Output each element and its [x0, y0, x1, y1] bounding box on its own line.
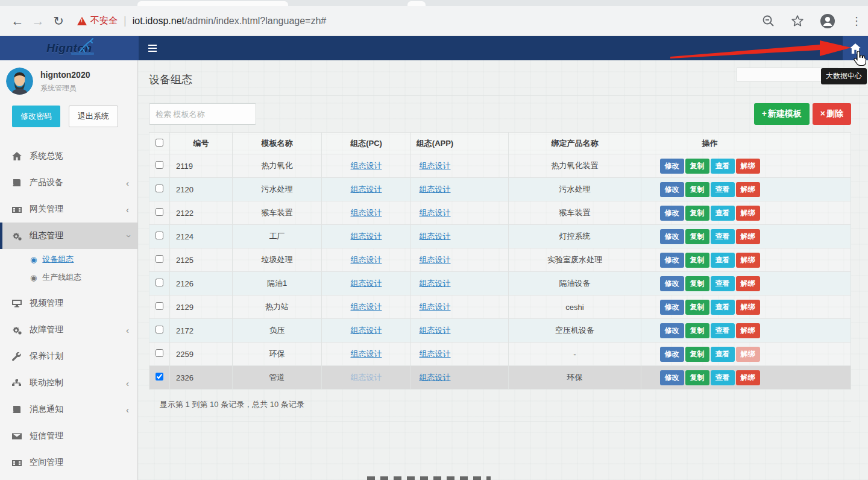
bookmark-star-icon[interactable] [791, 14, 804, 28]
app-config-link[interactable]: 组态设计 [420, 255, 451, 264]
pc-config-link[interactable]: 组态设计 [351, 232, 382, 241]
row-checkbox[interactable] [156, 185, 163, 192]
pc-config-link[interactable]: 组态设计 [351, 208, 382, 217]
edit-button[interactable]: 修改 [660, 253, 684, 268]
sidebar-item-video-mgmt[interactable]: 视频管理 [0, 290, 137, 317]
app-config-link[interactable]: 组态设计 [420, 373, 451, 382]
copy-button[interactable]: 复制 [685, 276, 709, 291]
copy-button[interactable]: 复制 [685, 253, 709, 268]
forward-button[interactable]: → [28, 14, 48, 28]
row-checkbox[interactable] [156, 302, 163, 310]
pc-config-link[interactable]: 组态设计 [351, 279, 382, 288]
edit-button[interactable]: 修改 [660, 370, 684, 385]
app-config-link[interactable]: 组态设计 [420, 161, 451, 170]
template-search-input[interactable] [149, 103, 256, 125]
pc-config-link[interactable]: 组态设计 [351, 373, 382, 382]
security-warning-text[interactable]: 不安全 [90, 15, 118, 27]
address-bar[interactable]: iot.idosp.net/admin/index.html?language=… [133, 16, 327, 27]
copy-button[interactable]: 复制 [685, 347, 709, 362]
copy-button[interactable]: 复制 [685, 206, 709, 221]
sidebar-item-product-device[interactable]: 产品设备‹ [0, 169, 137, 196]
col-header-actions[interactable]: 操作 [641, 133, 851, 154]
edit-button[interactable]: 修改 [660, 276, 684, 291]
browser-tab[interactable] [407, 1, 426, 6]
sidebar-subitem-production-line-config[interactable]: ◉生产线组态 [0, 268, 137, 286]
edit-button[interactable]: 修改 [660, 229, 684, 244]
app-config-link[interactable]: 组态设计 [420, 232, 451, 241]
row-checkbox[interactable] [156, 349, 163, 357]
sidebar-item-fault-mgmt[interactable]: 故障管理‹ [0, 317, 137, 343]
copy-button[interactable]: 复制 [685, 323, 709, 338]
copy-button[interactable]: 复制 [685, 159, 709, 174]
view-button[interactable]: 查看 [711, 182, 735, 197]
home-button[interactable] [843, 36, 868, 60]
unbind-button[interactable]: 解绑 [736, 370, 760, 385]
col-header-product[interactable]: 绑定产品名称 [509, 133, 641, 154]
unbind-button[interactable]: 解绑 [736, 229, 760, 244]
profile-avatar-icon[interactable] [820, 13, 835, 29]
app-config-link[interactable]: 组态设计 [420, 302, 451, 311]
pc-config-link[interactable]: 组态设计 [351, 326, 382, 335]
logout-button[interactable]: 退出系统 [69, 106, 118, 127]
edit-button[interactable]: 修改 [660, 300, 684, 315]
row-checkbox[interactable] [156, 373, 163, 381]
app-config-link[interactable]: 组态设计 [420, 279, 451, 288]
sidebar-item-space-mgmt[interactable]: 空间管理 [0, 449, 137, 476]
copy-button[interactable]: 复制 [685, 370, 709, 385]
edit-button[interactable]: 修改 [660, 347, 684, 362]
edit-button[interactable]: 修改 [660, 206, 684, 221]
avatar[interactable] [6, 68, 33, 95]
view-button[interactable]: 查看 [711, 206, 735, 221]
col-header-id[interactable]: 编号 [170, 133, 233, 154]
col-header-app[interactable]: 组态(APP) [411, 133, 509, 154]
select-all-checkbox[interactable] [156, 139, 163, 147]
pc-config-link[interactable]: 组态设计 [351, 255, 382, 264]
pc-config-link[interactable]: 组态设计 [351, 185, 382, 194]
sidebar-item-message-notify[interactable]: 消息通知‹ [0, 396, 137, 423]
copy-button[interactable]: 复制 [685, 300, 709, 315]
col-header-pc[interactable]: 组态(PC) [322, 133, 411, 154]
view-button[interactable]: 查看 [711, 159, 735, 174]
new-template-button[interactable]: +新建模板 [754, 103, 810, 125]
security-warning-icon[interactable] [77, 17, 87, 25]
sidebar-item-sms-mgmt[interactable]: 短信管理 [0, 423, 137, 449]
unbind-button[interactable]: 解绑 [736, 347, 760, 362]
delete-button[interactable]: ×删除 [813, 103, 851, 125]
unbind-button[interactable]: 解绑 [736, 323, 760, 338]
sidebar-item-system-overview[interactable]: 系统总览 [0, 143, 137, 169]
copy-button[interactable]: 复制 [685, 229, 709, 244]
zoom-icon[interactable] [762, 14, 775, 28]
edit-button[interactable]: 修改 [660, 323, 684, 338]
col-header-name[interactable]: 模板名称 [233, 133, 322, 154]
view-button[interactable]: 查看 [711, 229, 735, 244]
change-password-button[interactable]: 修改密码 [12, 106, 60, 127]
sidebar-item-config-mgmt[interactable]: 组态管理‹ [0, 223, 137, 249]
sidebar-item-gateway-mgmt[interactable]: 网关管理‹ [0, 196, 137, 223]
app-config-link[interactable]: 组态设计 [420, 349, 451, 358]
pc-config-link[interactable]: 组态设计 [351, 161, 382, 170]
edit-button[interactable]: 修改 [660, 159, 684, 174]
browser-tab[interactable] [137, 1, 288, 6]
row-checkbox[interactable] [156, 279, 163, 286]
row-checkbox[interactable] [156, 232, 163, 239]
app-config-link[interactable]: 组态设计 [420, 326, 451, 335]
app-config-link[interactable]: 组态设计 [420, 185, 451, 194]
browser-menu-icon[interactable]: ⋮ [851, 19, 855, 23]
unbind-button[interactable]: 解绑 [736, 206, 760, 221]
view-button[interactable]: 查看 [711, 347, 735, 362]
view-button[interactable]: 查看 [711, 370, 735, 385]
pc-config-link[interactable]: 组态设计 [351, 349, 382, 358]
refresh-button[interactable]: ↻ [48, 14, 69, 28]
unbind-button[interactable]: 解绑 [736, 182, 760, 197]
sidebar-item-linkage-control[interactable]: 联动控制‹ [0, 370, 137, 396]
row-checkbox[interactable] [156, 208, 163, 216]
row-checkbox[interactable] [156, 326, 163, 333]
app-config-link[interactable]: 组态设计 [420, 208, 451, 217]
hamburger-menu-icon[interactable] [148, 43, 157, 54]
view-button[interactable]: 查看 [711, 276, 735, 291]
copy-button[interactable]: 复制 [685, 182, 709, 197]
unbind-button[interactable]: 解绑 [736, 159, 760, 174]
view-button[interactable]: 查看 [711, 253, 735, 268]
sidebar-subitem-device-config[interactable]: ◉设备组态 [0, 250, 137, 268]
row-checkbox[interactable] [156, 255, 163, 263]
